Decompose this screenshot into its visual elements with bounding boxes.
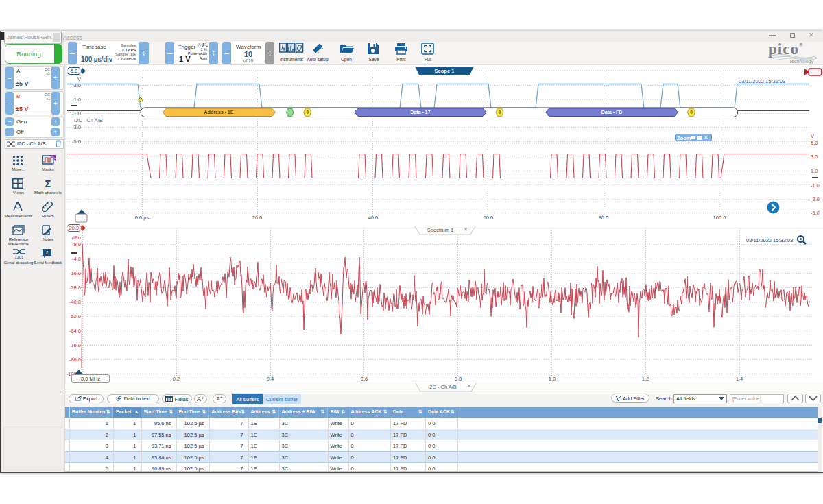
- svg-text:1101: 1101: [15, 255, 25, 259]
